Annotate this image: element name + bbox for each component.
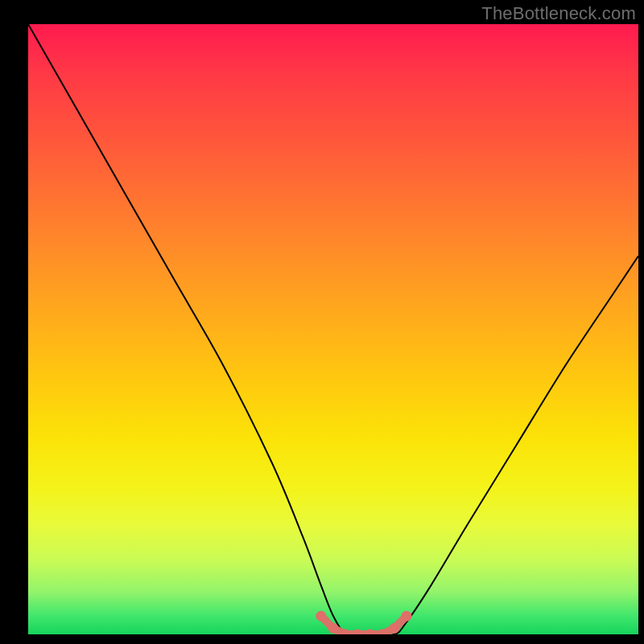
optimal-band-dot — [401, 611, 411, 621]
optimal-band-dot — [316, 611, 326, 621]
watermark-text: TheBottleneck.com — [481, 3, 636, 24]
bottleneck-curve-path — [28, 24, 638, 634]
chart-frame: TheBottleneck.com — [0, 0, 644, 644]
optimal-band — [316, 611, 411, 634]
optimal-band-dot — [389, 623, 399, 634]
optimal-band-dot — [365, 630, 375, 635]
bottleneck-curve — [28, 24, 638, 634]
chart-overlay — [28, 24, 638, 634]
optimal-band-dot — [353, 630, 363, 635]
optimal-band-dot — [328, 623, 339, 634]
